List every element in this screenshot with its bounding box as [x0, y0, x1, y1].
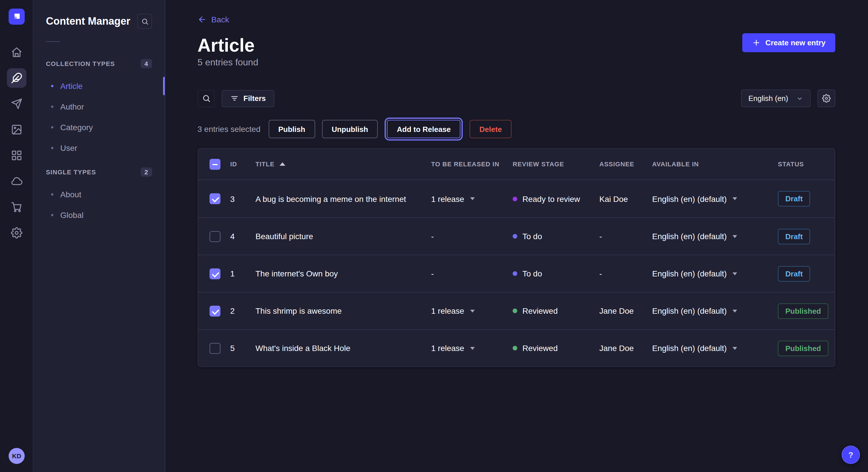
- create-new-entry-button[interactable]: Create new entry: [742, 33, 835, 52]
- help-button[interactable]: ?: [842, 446, 860, 464]
- back-label: Back: [211, 15, 229, 24]
- sidebar-item-category[interactable]: Category: [33, 117, 165, 138]
- toolbar: Filters English (en): [197, 90, 835, 107]
- paper-plane-icon[interactable]: [7, 94, 26, 113]
- section-count-badge: 2: [141, 167, 152, 177]
- column-header-title[interactable]: TITLE: [255, 161, 431, 167]
- row-checkbox[interactable]: [210, 343, 220, 353]
- search-icon[interactable]: [137, 14, 152, 29]
- column-header-available[interactable]: AVAILABLE IN: [652, 161, 778, 167]
- status-badge: Published: [778, 340, 828, 356]
- release-value: 1 release: [431, 306, 464, 315]
- question-mark-icon: ?: [848, 450, 853, 460]
- entries-table: ID TITLE TO BE RELEASED IN REVIEW STAGE …: [197, 148, 835, 367]
- sidebar-item-label: About: [60, 190, 81, 199]
- back-link[interactable]: Back: [197, 14, 229, 25]
- sidebar-item-user[interactable]: User: [33, 138, 165, 158]
- entry-id: 5: [230, 343, 255, 353]
- filter-icon: [230, 94, 239, 103]
- release-cell[interactable]: 1 release: [431, 306, 513, 315]
- row-checkbox[interactable]: [210, 193, 220, 204]
- release-caret-icon caret-down-icon: [470, 309, 474, 312]
- filters-button[interactable]: Filters: [222, 90, 274, 107]
- cloud-icon[interactable]: [7, 171, 26, 191]
- stage-label: Reviewed: [522, 306, 558, 315]
- entry-title: Beautiful picture: [255, 232, 431, 241]
- table-row[interactable]: 2 This shrimp is awesome 1 release Revie…: [198, 292, 835, 329]
- plus-icon: [752, 38, 761, 47]
- entry-id: 3: [230, 194, 255, 203]
- available-in-cell[interactable]: English (en) (default): [652, 232, 778, 241]
- home-icon[interactable]: [7, 42, 26, 62]
- release-cell[interactable]: -: [431, 269, 513, 278]
- available-in-cell[interactable]: English (en) (default): [652, 306, 778, 315]
- single-types-section: SINGLE TYPES 2 About Global: [33, 167, 165, 225]
- stage-dot: [513, 234, 517, 239]
- sidebar-item-label: Author: [60, 102, 84, 111]
- sidebar-item-author[interactable]: Author: [33, 96, 165, 117]
- column-header-assignee[interactable]: ASSIGNEE: [599, 161, 652, 167]
- search-icon[interactable]: [197, 90, 215, 107]
- stage-label: To do: [522, 269, 542, 278]
- shopping-cart-icon[interactable]: [7, 197, 26, 217]
- release-cell[interactable]: -: [431, 232, 513, 241]
- publish-button[interactable]: Publish: [268, 120, 315, 138]
- app-root: KD Content Manager COLLECTION TYPES 4 Ar…: [0, 0, 868, 472]
- sidebar-item-global[interactable]: Global: [33, 205, 165, 225]
- row-checkbox[interactable]: [210, 305, 220, 316]
- caret-down-icon: [733, 309, 737, 312]
- column-header-stage[interactable]: REVIEW STAGE: [513, 161, 599, 167]
- collection-types-section: COLLECTION TYPES 4 Article Author Catego…: [33, 59, 165, 158]
- selection-bar: 3 entries selected Publish Unpublish Add…: [197, 120, 835, 138]
- column-header-release[interactable]: TO BE RELEASED IN: [431, 161, 513, 167]
- row-checkbox[interactable]: [210, 268, 220, 279]
- entry-title: A bug is becoming a meme on the internet: [255, 194, 431, 203]
- gear-icon[interactable]: [7, 223, 26, 243]
- sidebar-item-about[interactable]: About: [33, 184, 165, 205]
- table-row[interactable]: 3 A bug is becoming a meme on the intern…: [198, 180, 835, 217]
- locale-selector[interactable]: English (en): [741, 90, 811, 107]
- table-row[interactable]: 4 Beautiful picture - To do - English (e…: [198, 217, 835, 255]
- caret-down-icon: [733, 272, 737, 275]
- status-badge: Draft: [778, 191, 810, 206]
- assignee: Kai Doe: [599, 194, 652, 203]
- status-badge: Published: [778, 303, 828, 318]
- table-row[interactable]: 5 What's inside a Black Hole 1 release R…: [198, 329, 835, 367]
- row-checkbox[interactable]: [210, 231, 220, 242]
- column-header-id[interactable]: ID: [230, 161, 255, 167]
- strapi-logo-icon[interactable]: [8, 9, 24, 25]
- available-in-cell[interactable]: English (en) (default): [652, 194, 778, 203]
- feather-icon[interactable]: [7, 68, 26, 88]
- entry-id: 1: [230, 269, 255, 278]
- assignee: Jane Doe: [599, 343, 652, 353]
- unpublish-button[interactable]: Unpublish: [322, 120, 378, 138]
- table-header-row: ID TITLE TO BE RELEASED IN REVIEW STAGE …: [198, 148, 835, 180]
- selected-count-text: 3 entries selected: [197, 125, 260, 134]
- column-header-status[interactable]: STATUS: [778, 161, 835, 167]
- table-body: 3 A bug is becoming a meme on the intern…: [198, 180, 835, 367]
- sidebar-title: Content Manager: [46, 15, 130, 27]
- sort-ascending-icon: [280, 162, 285, 166]
- select-all-checkbox[interactable]: [210, 159, 220, 169]
- review-stage-cell: Reviewed: [513, 306, 599, 315]
- avatar[interactable]: KD: [9, 448, 25, 464]
- delete-button[interactable]: Delete: [470, 120, 512, 138]
- sidebar-item-label: Category: [60, 123, 93, 132]
- release-cell[interactable]: 1 release: [431, 194, 513, 203]
- view-settings-button[interactable]: [817, 90, 835, 107]
- grid-icon[interactable]: [7, 146, 26, 165]
- available-in-cell[interactable]: English (en) (default): [652, 343, 778, 353]
- stage-dot: [513, 196, 517, 201]
- locale-value: English (en) (default): [652, 194, 727, 203]
- gear-icon: [822, 94, 831, 103]
- sidebar-item-article[interactable]: Article: [33, 76, 165, 96]
- release-cell[interactable]: 1 release: [431, 343, 513, 353]
- table-row[interactable]: 1 The internet's Own boy - To do - Engli…: [198, 255, 835, 292]
- section-count-badge: 4: [141, 59, 152, 68]
- available-in-cell[interactable]: English (en) (default): [652, 269, 778, 278]
- picture-icon[interactable]: [7, 120, 26, 139]
- add-to-release-button[interactable]: Add to Release: [387, 120, 460, 138]
- sidebar-item-label: User: [60, 143, 77, 153]
- divider: [46, 41, 60, 42]
- sidebar-item-label: Article: [60, 81, 83, 91]
